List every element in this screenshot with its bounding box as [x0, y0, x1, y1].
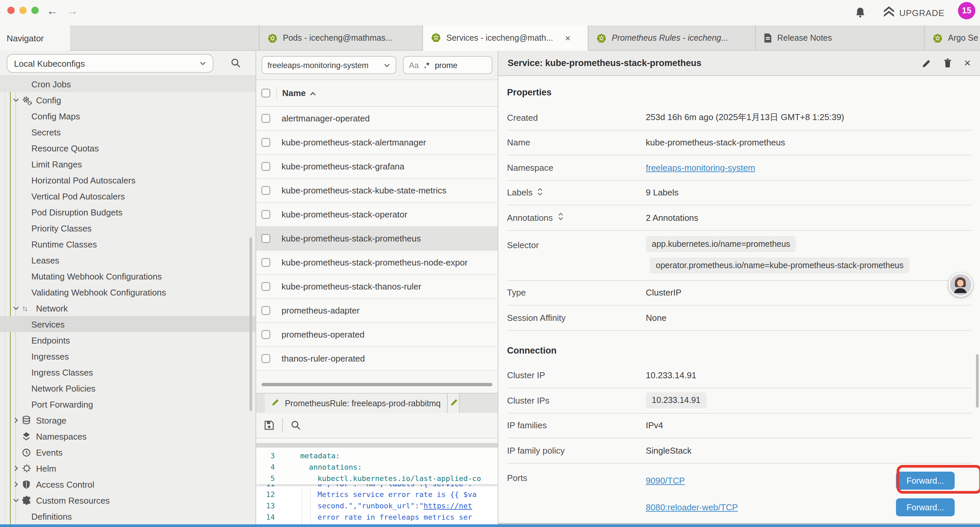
sidebar-item-cron-jobs[interactable]: Cron Jobs [0, 76, 256, 92]
service-row-kube-prometheus-stack-kube-state-metrics[interactable]: kube-prometheus-stack-kube-state-metrics [256, 179, 498, 203]
runbook-url-link[interactable]: https://net [424, 502, 473, 510]
sidebar-item-storage[interactable]: Storage [0, 412, 256, 428]
editor-tab-hidden[interactable] [448, 393, 460, 413]
sidebar-item-network-policies[interactable]: Network Policies [0, 380, 256, 396]
service-row-prometheus-operated[interactable]: prometheus-operated [256, 323, 498, 347]
save-button[interactable] [264, 420, 274, 430]
upgrade-button[interactable]: UPGRADE [883, 6, 945, 19]
sidebar-item-namespaces[interactable]: Namespaces [0, 428, 256, 444]
port-link[interactable]: 8080:reloader-web/TCP [646, 502, 738, 512]
chevron-down-icon[interactable] [13, 305, 21, 312]
row-checkbox[interactable] [261, 306, 270, 315]
tab-pods-icecheng-mathmas[interactable]: Pods - icecheng@mathmas... [259, 25, 423, 51]
sidebar-item-config[interactable]: Config [0, 92, 256, 108]
tab-services-icecheng-math[interactable]: Services - icecheng@math...× [423, 25, 589, 51]
sorter-icon[interactable] [538, 188, 543, 198]
tab-prometheus-rules-icecheng[interactable]: Prometheus Rules - icecheng... [589, 25, 756, 51]
close-window-button[interactable] [7, 6, 15, 14]
sidebar-item-ingress-classes[interactable]: Ingress Classes [0, 364, 256, 380]
sidebar-item-secrets[interactable]: Secrets [0, 124, 256, 140]
regex-toggle[interactable]: .* [424, 61, 429, 70]
sidebar-item-helm[interactable]: Helm [0, 460, 256, 476]
sidebar-item-access-control[interactable]: Access Control [0, 476, 256, 492]
row-checkbox[interactable] [261, 162, 270, 171]
row-checkbox[interactable] [261, 258, 270, 267]
zoom-window-button[interactable] [31, 6, 39, 14]
service-row-prometheus-adapter[interactable]: prometheus-adapter [256, 299, 498, 323]
forward-button[interactable]: → [67, 5, 78, 18]
sidebar-item-priority-classes[interactable]: Priority Classes [0, 220, 256, 236]
sidebar-item-resource-quotas[interactable]: Resource Quotas [0, 140, 256, 156]
details-scrollbar-thumb[interactable] [976, 354, 978, 408]
sidebar-item-leases[interactable]: Leases [0, 252, 256, 268]
back-button[interactable]: ← [47, 5, 58, 18]
tab-argo-se[interactable]: Argo Se [924, 25, 980, 51]
chevron-right-icon[interactable] [13, 481, 21, 488]
service-row-kube-prometheus-stack-prometheus-node-expor[interactable]: kube-prometheus-stack-prometheus-node-ex… [256, 251, 498, 275]
namespace-select[interactable]: freeleaps-monitoring-system [261, 56, 396, 74]
row-checkbox[interactable] [261, 282, 270, 291]
row-checkbox[interactable] [261, 138, 270, 147]
service-row-kube-prometheus-stack-thanos-ruler[interactable]: kube-prometheus-stack-thanos-ruler [256, 275, 498, 299]
editor-tab-prometheusrule[interactable]: PrometheusRule: freeleaps-prod-rabbitmq [265, 393, 448, 413]
search-input[interactable]: Aa .* prome [403, 56, 492, 74]
kubeconfig-select[interactable]: Local Kubeconfigs [7, 54, 213, 73]
row-checkbox[interactable] [261, 114, 270, 123]
sorter-icon[interactable] [557, 212, 563, 223]
sidebar-item-validating-webhook-configurations[interactable]: Validating Webhook Configurations [0, 284, 256, 300]
service-row-thanos-ruler-operated[interactable]: thanos-ruler-operated [256, 347, 498, 371]
sidebar-item-mutating-webhook-configurations[interactable]: Mutating Webhook Configurations [0, 268, 256, 284]
sidebar-item-endpoints[interactable]: Endpoints [0, 332, 256, 348]
sidebar-item-events[interactable]: Events [0, 444, 256, 460]
chevron-right-icon[interactable] [13, 417, 21, 424]
notification-count-badge[interactable]: 15 [958, 2, 975, 19]
sidebar-item-definitions[interactable]: Definitions [0, 508, 256, 524]
sidebar-item-ingresses[interactable]: Ingresses [0, 348, 256, 364]
row-checkbox[interactable] [261, 354, 270, 363]
sidebar-item-limit-ranges[interactable]: Limit Ranges [0, 156, 256, 172]
resource-list-panel: freeleaps-monitoring-system Aa .* prome … [256, 51, 498, 527]
namespace-link[interactable]: freeleaps-monitoring-system [646, 163, 755, 173]
navigator-search-icon[interactable] [231, 58, 241, 71]
close-tab-icon[interactable]: × [565, 32, 570, 43]
column-header-name[interactable]: Name [282, 88, 317, 98]
yaml-editor[interactable]: 3metadata:4annotations:5kubectl.kubernet… [256, 447, 498, 527]
sidebar-item-pod-disruption-budgets[interactable]: Pod Disruption Budgets [0, 204, 256, 220]
user-avatar[interactable] [949, 273, 973, 297]
sidebar-item-services[interactable]: Services [0, 316, 256, 332]
row-checkbox[interactable] [261, 234, 270, 243]
minimize-window-button[interactable] [19, 6, 27, 14]
chevron-right-icon[interactable] [13, 465, 21, 471]
close-details-button[interactable]: × [964, 57, 970, 69]
row-checkbox[interactable] [261, 186, 270, 195]
sidebar-item-port-forwarding[interactable]: Port Forwarding [0, 396, 256, 412]
notifications-bell-icon[interactable] [855, 7, 865, 21]
service-row-kube-prometheus-stack-prometheus[interactable]: kube-prometheus-stack-prometheus [256, 227, 498, 251]
edit-resource-button[interactable] [922, 58, 931, 68]
tab-navigator[interactable]: Navigator [0, 25, 70, 51]
sidebar-item-runtime-classes[interactable]: Runtime Classes [0, 236, 256, 252]
sidebar-item-custom-resources[interactable]: Custom Resources [0, 492, 256, 508]
forward-button[interactable]: Forward... [896, 498, 955, 516]
service-row-kube-prometheus-stack-grafana[interactable]: kube-prometheus-stack-grafana [256, 155, 498, 179]
sidebar-item-horizontal-pod-autoscalers[interactable]: Horizontal Pod Autoscalers [0, 172, 256, 188]
sidebar-item-vertical-pod-autoscalers[interactable]: Vertical Pod Autoscalers [0, 188, 256, 204]
port-link[interactable]: 9090/TCP [646, 476, 685, 486]
sidebar-scrollbar-thumb[interactable] [249, 237, 252, 411]
service-row-alertmanager-operated[interactable]: alertmanager-operated [256, 107, 498, 131]
delete-resource-button[interactable] [943, 58, 952, 68]
row-checkbox[interactable] [261, 330, 270, 339]
select-all-checkbox[interactable] [261, 89, 270, 97]
chevron-down-icon[interactable] [13, 97, 21, 103]
sidebar-item-config-maps[interactable]: Config Maps [0, 108, 256, 124]
service-row-kube-prometheus-stack-alertmanager[interactable]: kube-prometheus-stack-alertmanager [256, 131, 498, 155]
chevron-down-icon[interactable] [13, 497, 21, 504]
editor-search-icon[interactable] [291, 420, 301, 430]
row-checkbox[interactable] [261, 210, 270, 219]
tab-release-notes[interactable]: Release Notes [756, 25, 924, 51]
horizontal-scrollbar[interactable] [261, 383, 492, 386]
service-row-kube-prometheus-stack-operator[interactable]: kube-prometheus-stack-operator [256, 203, 498, 227]
match-case-toggle[interactable]: Aa [409, 61, 418, 70]
forward-button[interactable]: Forward... [896, 471, 955, 490]
sidebar-item-network[interactable]: ↑↓Network [0, 300, 256, 316]
